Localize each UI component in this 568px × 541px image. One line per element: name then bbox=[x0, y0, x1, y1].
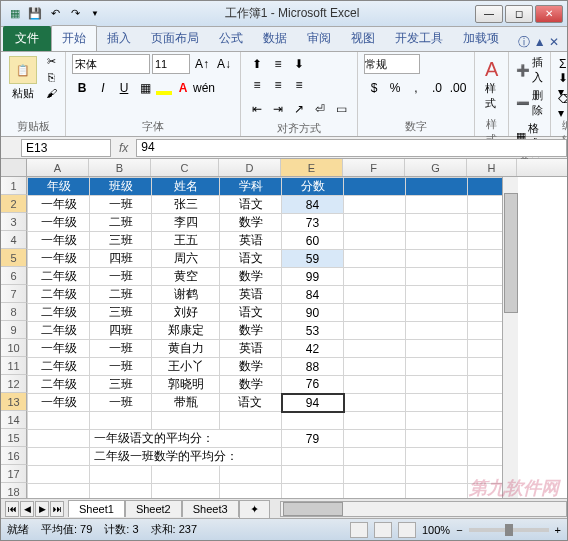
cell[interactable]: 一班 bbox=[90, 394, 152, 412]
tab-file[interactable]: 文件 bbox=[3, 26, 51, 51]
shrink-font-icon[interactable]: A↓ bbox=[214, 54, 234, 74]
cell[interactable]: 一年级 bbox=[28, 250, 90, 268]
cell[interactable]: 语文 bbox=[220, 196, 282, 214]
dec-decimal-icon[interactable]: .00 bbox=[448, 78, 468, 98]
cell[interactable]: 一班 bbox=[90, 358, 152, 376]
cell[interactable]: 分数 bbox=[282, 178, 344, 196]
cell[interactable]: 语文 bbox=[220, 304, 282, 322]
cell[interactable] bbox=[344, 286, 406, 304]
save-icon[interactable]: 💾 bbox=[27, 6, 43, 22]
zoom-thumb[interactable] bbox=[505, 524, 513, 536]
cell[interactable]: 王五 bbox=[152, 232, 220, 250]
cell[interactable] bbox=[406, 430, 468, 448]
cell[interactable] bbox=[406, 214, 468, 232]
vscroll-thumb[interactable] bbox=[504, 193, 518, 313]
zoom-out-icon[interactable]: − bbox=[456, 524, 462, 536]
cell[interactable] bbox=[282, 466, 344, 484]
name-box[interactable]: E13 bbox=[21, 139, 111, 157]
row-header-15[interactable]: 15 bbox=[1, 429, 27, 447]
cell[interactable] bbox=[28, 412, 90, 430]
cell[interactable] bbox=[344, 178, 406, 196]
cell[interactable]: 42 bbox=[282, 340, 344, 358]
tab-addin[interactable]: 加载项 bbox=[453, 26, 509, 51]
cell[interactable]: 一年级 bbox=[28, 340, 90, 358]
comma-icon[interactable]: , bbox=[406, 78, 426, 98]
cell[interactable] bbox=[406, 304, 468, 322]
cell[interactable]: 73 bbox=[282, 214, 344, 232]
grow-font-icon[interactable]: A↑ bbox=[192, 54, 212, 74]
cell[interactable]: 二年级 bbox=[28, 376, 90, 394]
undo-icon[interactable]: ↶ bbox=[47, 6, 63, 22]
align-left-icon[interactable]: ≡ bbox=[247, 75, 267, 95]
cell[interactable] bbox=[406, 358, 468, 376]
cell[interactable] bbox=[406, 412, 468, 430]
qat-dropdown-icon[interactable]: ▼ bbox=[87, 6, 103, 22]
row-header-6[interactable]: 6 bbox=[1, 267, 27, 285]
cell[interactable] bbox=[344, 430, 406, 448]
cell[interactable]: 语文 bbox=[220, 394, 282, 412]
align-middle-icon[interactable]: ≡ bbox=[268, 54, 288, 74]
col-header-B[interactable]: B bbox=[89, 159, 151, 176]
tab-dev[interactable]: 开发工具 bbox=[385, 26, 453, 51]
close-button[interactable]: ✕ bbox=[535, 5, 563, 23]
cell[interactable]: 一年级语文的平均分： bbox=[90, 430, 282, 448]
cell[interactable]: 数学 bbox=[220, 358, 282, 376]
cell[interactable] bbox=[406, 286, 468, 304]
cell[interactable] bbox=[406, 322, 468, 340]
cell[interactable] bbox=[282, 448, 344, 466]
row-header-10[interactable]: 10 bbox=[1, 339, 27, 357]
cell[interactable] bbox=[282, 412, 344, 430]
cell[interactable] bbox=[28, 448, 90, 466]
cell[interactable]: 数学 bbox=[220, 322, 282, 340]
new-sheet-button[interactable]: ✦ bbox=[239, 500, 270, 518]
cell[interactable]: 姓名 bbox=[152, 178, 220, 196]
cell[interactable] bbox=[152, 466, 220, 484]
cell[interactable]: 94 bbox=[282, 394, 344, 412]
styles-icon[interactable]: A bbox=[485, 58, 498, 81]
tab-formula[interactable]: 公式 bbox=[209, 26, 253, 51]
row-header-16[interactable]: 16 bbox=[1, 447, 27, 465]
zoom-slider[interactable] bbox=[469, 528, 549, 532]
cell[interactable]: 76 bbox=[282, 376, 344, 394]
cell[interactable]: 二年级 bbox=[28, 268, 90, 286]
cell[interactable]: 84 bbox=[282, 286, 344, 304]
cell[interactable]: 一班 bbox=[90, 196, 152, 214]
cell[interactable]: 84 bbox=[282, 196, 344, 214]
row-header-4[interactable]: 4 bbox=[1, 231, 27, 249]
row-header-17[interactable]: 17 bbox=[1, 465, 27, 483]
cell[interactable]: 60 bbox=[282, 232, 344, 250]
tab-last-icon[interactable]: ⏭ bbox=[50, 501, 64, 517]
sheet-tab-3[interactable]: Sheet3 bbox=[182, 500, 239, 517]
cell[interactable] bbox=[344, 232, 406, 250]
cell[interactable]: 郑康定 bbox=[152, 322, 220, 340]
cell[interactable]: 三班 bbox=[90, 376, 152, 394]
cell[interactable] bbox=[406, 466, 468, 484]
cell[interactable] bbox=[344, 214, 406, 232]
hscroll-thumb[interactable] bbox=[283, 502, 343, 516]
tab-layout[interactable]: 页面布局 bbox=[141, 26, 209, 51]
horizontal-scrollbar[interactable] bbox=[280, 501, 567, 517]
cell[interactable] bbox=[90, 412, 152, 430]
maximize-button[interactable]: ◻ bbox=[505, 5, 533, 23]
col-header-G[interactable]: G bbox=[405, 159, 467, 176]
zoom-in-icon[interactable]: + bbox=[555, 524, 561, 536]
cells-area[interactable]: 年级班级姓名学科分数一年级一班张三语文84一年级二班李四数学73一年级三班王五英… bbox=[27, 177, 518, 520]
font-size-select[interactable] bbox=[152, 54, 190, 74]
cut-icon[interactable]: ✂ bbox=[43, 54, 59, 68]
cell[interactable]: 四班 bbox=[90, 250, 152, 268]
row-header-1[interactable]: 1 bbox=[1, 177, 27, 195]
tab-next-icon[interactable]: ▶ bbox=[35, 501, 49, 517]
row-header-7[interactable]: 7 bbox=[1, 285, 27, 303]
currency-icon[interactable]: $ bbox=[364, 78, 384, 98]
row-header-2[interactable]: 2 bbox=[1, 195, 27, 213]
phonetic-icon[interactable]: wén bbox=[194, 78, 214, 98]
cell[interactable]: 王小丫 bbox=[152, 358, 220, 376]
cell[interactable]: 一年级 bbox=[28, 196, 90, 214]
cell[interactable]: 李四 bbox=[152, 214, 220, 232]
col-header-C[interactable]: C bbox=[151, 159, 219, 176]
cell[interactable]: 年级 bbox=[28, 178, 90, 196]
cell[interactable]: 二年级一班数学的平均分： bbox=[90, 448, 282, 466]
cell[interactable]: 谢鹤 bbox=[152, 286, 220, 304]
format-painter-icon[interactable]: 🖌 bbox=[43, 86, 59, 100]
cell[interactable]: 88 bbox=[282, 358, 344, 376]
